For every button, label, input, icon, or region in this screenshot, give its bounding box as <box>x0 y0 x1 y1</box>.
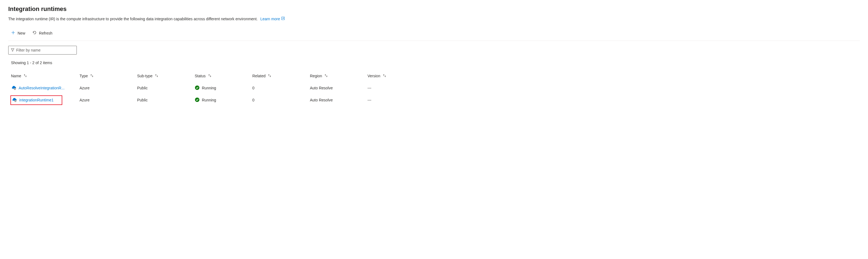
cell-subtype: Public <box>137 98 195 102</box>
col-region[interactable]: Region <box>310 74 368 78</box>
status-text: Running <box>202 98 216 102</box>
cell-status: Running <box>195 85 252 91</box>
sort-icon <box>208 74 212 78</box>
col-related[interactable]: Related <box>252 74 310 78</box>
runtime-name: AutoResolveIntegrationR... <box>19 86 64 90</box>
page-title: Integration runtimes <box>8 5 860 12</box>
status-text: Running <box>202 86 216 90</box>
col-related-label: Related <box>252 74 266 78</box>
filter-icon <box>11 48 14 53</box>
col-subtype-label: Sub-type <box>137 74 153 78</box>
cell-type: Azure <box>80 98 137 102</box>
new-button[interactable]: New <box>10 29 26 37</box>
external-link-icon <box>281 17 285 21</box>
svg-point-5 <box>15 100 16 101</box>
sort-icon <box>90 74 94 78</box>
col-name-label: Name <box>11 74 21 78</box>
col-version-label: Version <box>368 74 380 78</box>
plus-icon <box>11 30 16 36</box>
col-version[interactable]: Version <box>368 74 409 78</box>
sort-icon <box>324 74 328 78</box>
success-icon <box>195 97 200 103</box>
cloud-icon <box>11 85 17 91</box>
cell-version: --- <box>368 98 409 102</box>
filter-row <box>8 46 860 55</box>
learn-more-link[interactable]: Learn more <box>260 17 285 21</box>
new-label: New <box>18 31 25 35</box>
cell-type: Azure <box>80 86 137 90</box>
svg-point-2 <box>14 88 16 89</box>
learn-more-label: Learn more <box>260 17 280 21</box>
integration-runtimes-table: Name Type Sub-type Status Related <box>8 70 860 106</box>
refresh-button[interactable]: Refresh <box>32 29 53 37</box>
cell-version: --- <box>368 86 409 90</box>
svg-point-3 <box>195 85 199 90</box>
filter-input-wrap[interactable] <box>8 46 77 55</box>
sort-icon <box>155 74 158 78</box>
cell-status: Running <box>195 97 252 103</box>
cell-subtype: Public <box>137 86 195 90</box>
refresh-label: Refresh <box>39 31 52 35</box>
cell-related: 0 <box>252 86 310 90</box>
table-row: integrationRuntime1 Azure Public Running… <box>8 94 860 106</box>
col-type-label: Type <box>80 74 88 78</box>
cell-region: Auto Resolve <box>310 98 368 102</box>
table-row: AutoResolveIntegrationR... Azure Public … <box>8 82 860 94</box>
col-status-label: Status <box>195 74 206 78</box>
sort-icon <box>382 74 386 78</box>
highlight-annotation: integrationRuntime1 <box>10 95 62 105</box>
runtime-name-link[interactable]: AutoResolveIntegrationR... <box>11 85 64 91</box>
sort-icon <box>23 74 27 78</box>
runtime-name: integrationRuntime1 <box>19 98 54 102</box>
toolbar: New Refresh <box>8 27 860 41</box>
col-name[interactable]: Name <box>11 74 80 78</box>
cell-related: 0 <box>252 98 310 102</box>
results-count: Showing 1 - 2 of 2 items <box>8 61 860 65</box>
page-description: The integration runtime (IR) is the comp… <box>8 17 860 21</box>
cell-region: Auto Resolve <box>310 86 368 90</box>
refresh-icon <box>32 30 37 36</box>
col-subtype[interactable]: Sub-type <box>137 74 195 78</box>
svg-point-6 <box>195 97 199 102</box>
description-text: The integration runtime (IR) is the comp… <box>8 17 257 21</box>
sort-icon <box>268 74 272 78</box>
filter-input[interactable] <box>16 48 74 52</box>
col-type[interactable]: Type <box>80 74 137 78</box>
col-region-label: Region <box>310 74 322 78</box>
success-icon <box>195 85 200 91</box>
col-status[interactable]: Status <box>195 74 252 78</box>
runtime-name-link[interactable]: integrationRuntime1 <box>11 96 62 104</box>
cloud-icon <box>11 97 17 103</box>
table-header: Name Type Sub-type Status Related <box>8 70 860 82</box>
